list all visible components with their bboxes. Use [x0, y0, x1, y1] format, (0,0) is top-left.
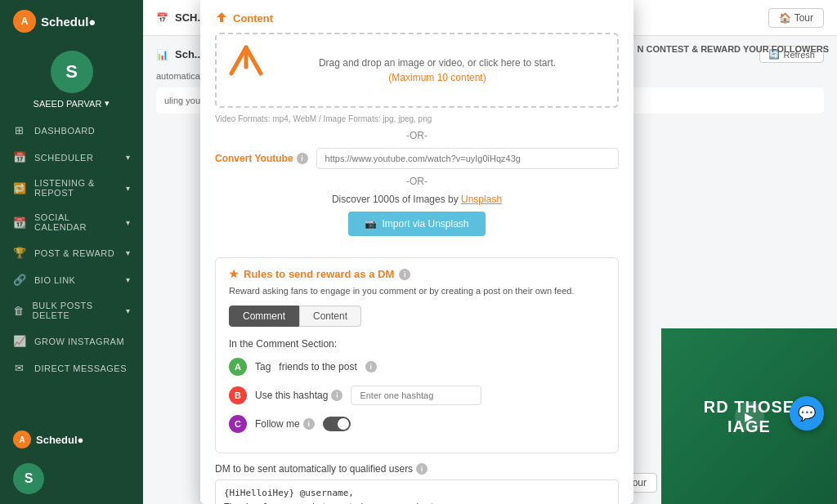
repost-icon: 🔁 [13, 182, 26, 194]
unsplash-import-button[interactable]: 📷 Import via Unsplash [348, 212, 485, 236]
dm-label: DM to be sent automatically to qualified… [215, 463, 619, 475]
header-left: 📅 SCH... [156, 11, 206, 24]
calendar-icon: 📆 [13, 216, 26, 229]
chat-icon: 💬 [798, 404, 816, 422]
tab-row: Comment Content [229, 306, 605, 327]
content-section-title: Content [215, 11, 619, 25]
sidebar-item-label: BIO LINK [34, 275, 75, 285]
chevron-down-icon: ▾ [126, 218, 131, 227]
upload-icon [215, 11, 228, 25]
dm-textarea[interactable]: {HiHelloiHey} @username, Thanks for your… [215, 479, 619, 504]
rule-a-info-icon[interactable]: i [365, 361, 377, 372]
rule-a-value: friends to the post [279, 361, 356, 372]
tab-comment[interactable]: Comment [229, 306, 299, 327]
grow-icon: 📈 [13, 335, 26, 347]
scheduler-icon-small: 📅 [156, 12, 168, 24]
chat-button[interactable]: 💬 [790, 396, 824, 430]
upload-formats: Video Formats: mp4, WebM / Image Formats… [215, 114, 619, 123]
follow-me-toggle[interactable] [323, 417, 351, 431]
star-icon: ★ [229, 268, 239, 280]
sidebar-item-label: GROW INSTAGRAM [34, 337, 124, 346]
sidebar-item-calendar[interactable]: 📆 SOCIAL CALENDAR ▾ [0, 205, 143, 239]
scheduler-icon: 📅 [13, 151, 26, 163]
sidebar-item-dashboard[interactable]: ⊞ DASHBOARD [0, 117, 143, 144]
dm-section: DM to be sent automatically to qualified… [200, 463, 633, 504]
rules-description: Reward asking fans to engage in you comm… [229, 285, 605, 297]
sidebar-item-label: POST & REWARD [34, 248, 114, 258]
sidebar-item-label: SCHEDULER [34, 153, 93, 163]
unsplash-prompt: Discover 1000s of Images by Unsplash [215, 194, 619, 205]
contest-title: N CONTEST & REWARD YOUR FOLLOWERS [629, 36, 837, 62]
tab-content[interactable]: Content [299, 306, 361, 327]
rule-a-letter: A [229, 358, 247, 376]
bottom-logo-icon: A [13, 430, 31, 448]
sch-label: Sch... [175, 48, 204, 60]
sidebar-bottom-logo: A Schedul● [0, 422, 143, 457]
rule-c-label: Follow me i [255, 418, 315, 430]
rules-info-icon[interactable]: i [399, 269, 410, 280]
rule-b-label: Use this hashtag i [255, 390, 342, 401]
delete-icon: 🗑 [13, 305, 25, 317]
tour-icon: 🏠 [779, 12, 791, 24]
rule-hashtag-row: B Use this hashtag i [229, 386, 605, 405]
chevron-down-icon: ▾ [126, 275, 131, 284]
chevron-down-icon: ▾ [126, 306, 131, 315]
sidebar-item-label: SOCIAL CALENDAR [34, 212, 118, 232]
or-divider-2: -OR- [215, 176, 619, 187]
rule-tag-row: A Tag friends to the post i [229, 358, 605, 376]
play-icon: ▶ [735, 402, 764, 431]
upload-zone[interactable]: Drag and drop an image or video, or clic… [215, 33, 619, 108]
rule-follow-row: C Follow me i [229, 415, 605, 433]
modal: Content Drag and drop an image or video,… [200, 0, 633, 504]
bottom-avatar: S [13, 463, 44, 494]
sidebar-nav: ⊞ DASHBOARD 📅 SCHEDULER ▾ 🔁 LISTENING & … [0, 117, 143, 381]
chevron-down-icon: ▾ [126, 153, 131, 162]
sidebar-item-scheduler[interactable]: 📅 SCHEDULER ▾ [0, 144, 143, 171]
dm-info-icon[interactable]: i [416, 463, 427, 475]
sidebar-item-label: BULK POSTS DELETE [33, 301, 118, 320]
hashtag-input[interactable] [351, 386, 481, 405]
sidebar-item-grow[interactable]: 📈 GROW INSTAGRAM [0, 328, 143, 355]
upload-max: (Maximum 10 content) [271, 72, 604, 83]
rules-title: ★ Rules to send reward as a DM i [229, 268, 605, 280]
dm-textarea-wrapper: {HiHelloiHey} @username, Thanks for your… [215, 479, 619, 504]
tour-button[interactable]: 🏠 Tour [768, 8, 824, 28]
youtube-row: Convert Youtube i [215, 148, 619, 169]
camera-icon: 📷 [365, 218, 377, 230]
convert-youtube-label: Convert Youtube i [215, 153, 308, 164]
logo-icon: A [13, 10, 36, 33]
dm-icon: ✉ [13, 362, 26, 374]
rule-a-label: Tag [255, 361, 271, 372]
rule-b-letter: B [229, 386, 247, 404]
rule-c-letter: C [229, 415, 247, 433]
sidebar-item-dm[interactable]: ✉ DIRECT MESSAGES [0, 355, 143, 381]
or-divider-1: -OR- [215, 130, 619, 141]
avatar: S [51, 51, 93, 93]
chevron-down-icon: ▾ [126, 248, 131, 257]
bottom-logo-text: Schedul● [36, 434, 83, 446]
logo-text: Schedul● [41, 15, 96, 29]
upload-arrow-icon [228, 42, 264, 79]
unsplash-row: Discover 1000s of Images by Unsplash 📷 I… [215, 194, 619, 236]
sidebar-logo[interactable]: A Schedul● [0, 0, 143, 42]
sidebar-item-label: LISTENING & REPOST [34, 178, 118, 198]
rule-b-info-icon[interactable]: i [331, 390, 342, 401]
unsplash-link[interactable]: Unsplash [461, 194, 502, 205]
reward-icon: 🏆 [13, 247, 26, 259]
sidebar-item-post-reward[interactable]: 🏆 POST & REWARD ▾ [0, 239, 143, 266]
youtube-input[interactable] [316, 148, 619, 169]
youtube-info-icon[interactable]: i [297, 153, 308, 164]
upload-prompt: Drag and drop an image or video, or clic… [271, 57, 604, 83]
sidebar-item-listening[interactable]: 🔁 LISTENING & REPOST ▾ [0, 171, 143, 205]
sidebar-item-bio-link[interactable]: 🔗 BIO LINK ▾ [0, 266, 143, 293]
chevron-down-icon: ▾ [105, 98, 110, 109]
chevron-down-icon: ▾ [126, 184, 131, 193]
rule-c-info-icon[interactable]: i [303, 418, 315, 430]
comment-section-label: In the Comment Section: [229, 338, 605, 350]
sidebar-item-bulk-delete[interactable]: 🗑 BULK POSTS DELETE ▾ [0, 293, 143, 328]
bio-link-icon: 🔗 [13, 274, 26, 286]
sidebar-username: SAEED PARVAR ▾ [34, 98, 110, 109]
rules-section: ★ Rules to send reward as a DM i Reward … [215, 257, 619, 453]
chart-icon: 📊 [156, 49, 168, 60]
sidebar: A Schedul● S SAEED PARVAR ▾ ⊞ DASHBOARD … [0, 0, 143, 504]
